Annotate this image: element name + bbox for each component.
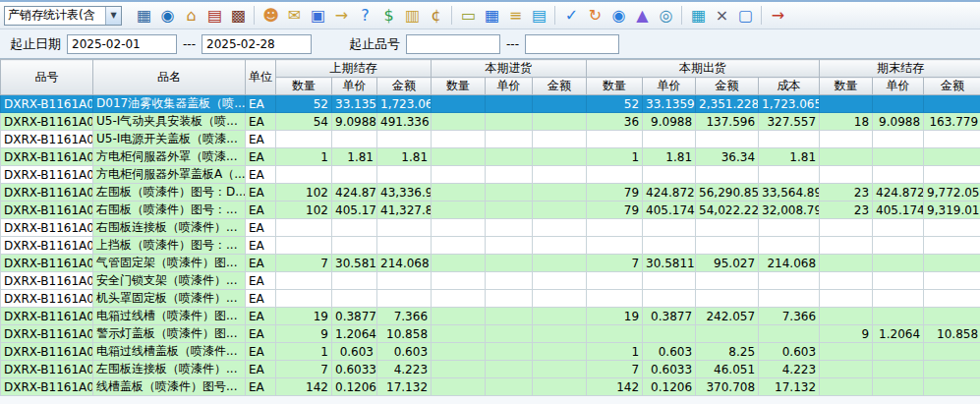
- purchase-cell[interactable]: [432, 184, 486, 202]
- shipment-cell[interactable]: 36: [587, 113, 643, 131]
- report-selector[interactable]: 产销存统计表(含 ▼: [4, 6, 122, 26]
- part-name-cell[interactable]: 安全门锁支架（喷漆件）...: [93, 272, 246, 290]
- part-name-cell[interactable]: 上挡板（喷漆件）图号：...: [93, 237, 246, 255]
- shipment-cell[interactable]: 95.027: [696, 255, 759, 272]
- purchase-cell[interactable]: [432, 95, 486, 113]
- part-name-cell[interactable]: 警示灯盖板（喷漆件）图...: [93, 325, 246, 343]
- purchase-cell[interactable]: [533, 148, 587, 166]
- end-balance-cell[interactable]: 23: [820, 184, 873, 202]
- search-icon[interactable]: ◎: [655, 4, 677, 27]
- shipment-cell[interactable]: 33,564.89: [759, 184, 820, 202]
- prev-balance-cell[interactable]: [276, 219, 332, 237]
- shipment-cell[interactable]: [759, 131, 820, 148]
- col-group-period-shipment[interactable]: 本期出货: [587, 60, 820, 78]
- col-header-purchase-qty[interactable]: 数量: [432, 78, 486, 95]
- unit-cell[interactable]: EA: [246, 325, 276, 343]
- col-header-end-amount[interactable]: 金额: [924, 78, 980, 95]
- purchase-cell[interactable]: [486, 113, 533, 131]
- globe-icon[interactable]: ◉: [156, 4, 179, 27]
- end-balance-cell[interactable]: [924, 148, 980, 166]
- prev-balance-cell[interactable]: 1.81: [377, 148, 432, 166]
- col-header-out-amount[interactable]: 金额: [696, 78, 759, 95]
- end-balance-cell[interactable]: [873, 219, 924, 237]
- part-name-cell[interactable]: 线槽盖板（喷漆件）图号...: [93, 378, 246, 396]
- end-balance-cell[interactable]: [924, 290, 980, 308]
- part-no-cell[interactable]: DXRX-B1161A0...: [1, 202, 93, 219]
- purchase-cell[interactable]: [533, 343, 587, 361]
- shipment-cell[interactable]: [587, 290, 643, 308]
- ruler-document-icon[interactable]: ▭: [457, 4, 480, 27]
- purchase-cell[interactable]: [486, 202, 533, 219]
- purchase-cell[interactable]: [486, 131, 533, 148]
- end-balance-cell[interactable]: [820, 343, 873, 361]
- part-no-cell[interactable]: DXRX-B1161A0...: [1, 343, 93, 361]
- prev-balance-cell[interactable]: [377, 272, 432, 290]
- shipment-cell[interactable]: 1: [587, 343, 643, 361]
- purchase-cell[interactable]: [486, 361, 533, 378]
- col-header-out-cost[interactable]: 成本: [759, 78, 820, 95]
- purchase-cell[interactable]: [432, 166, 486, 184]
- end-balance-cell[interactable]: [873, 131, 924, 148]
- shipment-cell[interactable]: 137.596: [696, 113, 759, 131]
- purchase-cell[interactable]: [432, 202, 486, 219]
- part-no-cell[interactable]: DXRX-B1161A0...: [1, 272, 93, 290]
- prev-balance-cell[interactable]: 9: [276, 325, 332, 343]
- table-row[interactable]: DXRX-B1161A0...方电柜伺服器外罩（喷漆...EA11.811.81…: [1, 148, 980, 166]
- shipment-cell[interactable]: 242.057: [696, 308, 759, 325]
- end-balance-cell[interactable]: [924, 308, 980, 325]
- shipment-cell[interactable]: 56,290.855: [696, 184, 759, 202]
- shipment-cell[interactable]: 142: [587, 378, 643, 396]
- purchase-cell[interactable]: [533, 184, 587, 202]
- end-balance-cell[interactable]: [820, 131, 873, 148]
- layers-icon[interactable]: ≡: [504, 4, 527, 27]
- prev-balance-cell[interactable]: [377, 166, 432, 184]
- end-balance-cell[interactable]: [873, 290, 924, 308]
- shipment-cell[interactable]: [643, 272, 696, 290]
- shipment-cell[interactable]: [759, 219, 820, 237]
- prev-balance-cell[interactable]: 52: [276, 95, 332, 113]
- prev-balance-cell[interactable]: 1.81: [332, 148, 377, 166]
- users-icon[interactable]: ☻: [259, 4, 282, 27]
- purchase-cell[interactable]: [533, 308, 587, 325]
- end-balance-cell[interactable]: [873, 148, 924, 166]
- prev-balance-cell[interactable]: 7: [276, 361, 332, 378]
- redo-icon[interactable]: ↻: [584, 4, 606, 27]
- shipment-cell[interactable]: 9.0988: [643, 113, 696, 131]
- end-balance-cell[interactable]: [924, 378, 980, 396]
- end-balance-cell[interactable]: 23: [820, 202, 873, 219]
- prev-balance-cell[interactable]: 17.132: [377, 378, 432, 396]
- shipment-cell[interactable]: 0.6033: [643, 361, 696, 378]
- col-header-part-no[interactable]: 品号: [1, 60, 93, 95]
- shipment-cell[interactable]: [696, 290, 759, 308]
- col-header-prev-amount[interactable]: 金额: [377, 78, 432, 95]
- col-header-end-price[interactable]: 单价: [873, 78, 924, 95]
- end-balance-cell[interactable]: [924, 166, 980, 184]
- purchase-cell[interactable]: [432, 255, 486, 272]
- col-header-unit[interactable]: 单位: [246, 60, 276, 95]
- purchase-cell[interactable]: [533, 95, 587, 113]
- arrow-right-icon[interactable]: →: [330, 4, 353, 27]
- end-balance-cell[interactable]: [873, 378, 924, 396]
- part-no-cell[interactable]: DXRX-B1161A0...: [1, 113, 93, 131]
- shipment-cell[interactable]: 17.132: [759, 378, 820, 396]
- prev-balance-cell[interactable]: 424.872: [332, 184, 377, 202]
- part-name-cell[interactable]: 左围板连接板（喷漆件）...: [93, 361, 246, 378]
- purchase-cell[interactable]: [533, 131, 587, 148]
- prev-balance-cell[interactable]: [377, 131, 432, 148]
- end-balance-cell[interactable]: 405.1747: [873, 202, 924, 219]
- prev-balance-cell[interactable]: 4.223: [377, 361, 432, 378]
- table-row[interactable]: DXRX-B1161A0...安全门锁支架（喷漆件）...EA: [1, 272, 980, 290]
- end-balance-cell[interactable]: [820, 166, 873, 184]
- part-no-cell[interactable]: DXRX-B1161A0...: [1, 290, 93, 308]
- purchase-cell[interactable]: [432, 325, 486, 343]
- shipment-cell[interactable]: [643, 290, 696, 308]
- shipment-cell[interactable]: [643, 166, 696, 184]
- prev-balance-cell[interactable]: [332, 272, 377, 290]
- help-icon[interactable]: ?: [354, 4, 376, 27]
- shipment-cell[interactable]: [696, 131, 759, 148]
- prev-balance-cell[interactable]: 10.858: [377, 325, 432, 343]
- table-row[interactable]: DXRX-B1161A0...左围板（喷漆件）图号：D...EA102424.8…: [1, 184, 980, 202]
- purchase-cell[interactable]: [533, 361, 587, 378]
- col-header-prev-qty[interactable]: 数量: [276, 78, 332, 95]
- purchase-cell[interactable]: [432, 219, 486, 237]
